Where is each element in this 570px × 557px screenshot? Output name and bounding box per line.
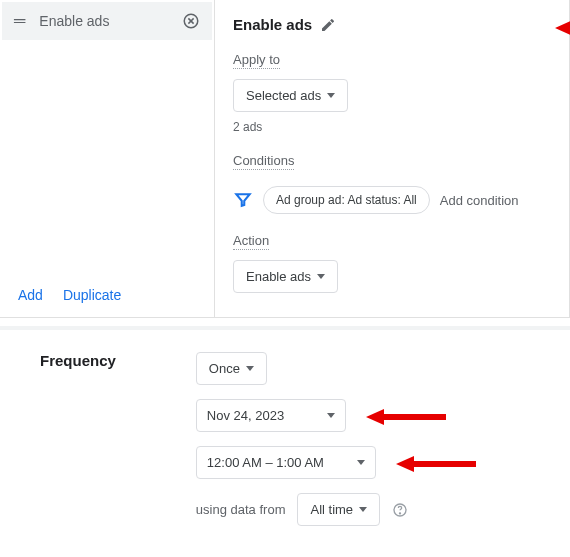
conditions-section: Conditions Ad group ad: Ad status: All A… (233, 152, 551, 214)
add-condition-button[interactable]: Add condition (440, 193, 519, 208)
caret-down-icon (357, 460, 365, 465)
rule-detail-panel: Enable ads Apply to Selected ads 2 ads C… (215, 0, 569, 317)
arrow-annotation-icon (396, 454, 476, 474)
frequency-date-dropdown[interactable]: Nov 24, 2023 (196, 399, 346, 432)
action-dropdown[interactable]: Enable ads (233, 260, 338, 293)
apply-to-label: Apply to (233, 52, 280, 69)
svg-point-8 (400, 512, 401, 513)
svg-marker-5 (366, 409, 446, 425)
filter-icon[interactable] (233, 190, 253, 210)
duplicate-rule-button[interactable]: Duplicate (63, 287, 121, 303)
arrow-annotation-icon (555, 18, 570, 38)
caret-down-icon (317, 274, 325, 279)
caret-down-icon (327, 413, 335, 418)
caret-down-icon (359, 507, 367, 512)
svg-marker-3 (555, 20, 570, 36)
frequency-time-dropdown[interactable]: 12:00 AM – 1:00 AM (196, 446, 376, 479)
svg-marker-6 (396, 456, 476, 472)
action-label: Action (233, 233, 269, 250)
drag-handle-icon[interactable]: ═ (14, 13, 25, 29)
edit-title-icon[interactable] (320, 17, 336, 33)
condition-pill[interactable]: Ad group ad: Ad status: All (263, 186, 430, 214)
apply-to-dropdown[interactable]: Selected ads (233, 79, 348, 112)
apply-to-dropdown-value: Selected ads (246, 88, 321, 103)
frequency-interval-dropdown[interactable]: Once (196, 352, 267, 385)
rule-list-actions: Add Duplicate (2, 275, 212, 315)
apply-to-section: Apply to Selected ads 2 ads (233, 51, 551, 134)
data-range-dropdown[interactable]: All time (297, 493, 380, 526)
frequency-interval-value: Once (209, 361, 240, 376)
action-dropdown-value: Enable ads (246, 269, 311, 284)
action-section: Action Enable ads (233, 232, 551, 293)
add-rule-button[interactable]: Add (18, 287, 43, 303)
caret-down-icon (246, 366, 254, 371)
help-icon[interactable] (392, 502, 408, 518)
rule-item[interactable]: ═ Enable ads (2, 2, 212, 40)
frequency-section: Frequency Once Nov 24, 2023 12:00 AM – 1… (0, 326, 570, 556)
rule-item-label: Enable ads (39, 13, 168, 29)
remove-rule-icon[interactable] (182, 12, 200, 30)
conditions-label: Conditions (233, 153, 294, 170)
data-range-value: All time (310, 502, 353, 517)
rules-list-panel: ═ Enable ads Add Duplicate (0, 0, 215, 317)
rule-title: Enable ads (233, 16, 312, 33)
using-data-label: using data from (196, 502, 286, 517)
frequency-date-value: Nov 24, 2023 (207, 408, 284, 423)
apply-to-count: 2 ads (233, 120, 551, 134)
caret-down-icon (327, 93, 335, 98)
frequency-time-value: 12:00 AM – 1:00 AM (207, 455, 324, 470)
frequency-label: Frequency (40, 352, 116, 526)
arrow-annotation-icon (366, 407, 446, 427)
